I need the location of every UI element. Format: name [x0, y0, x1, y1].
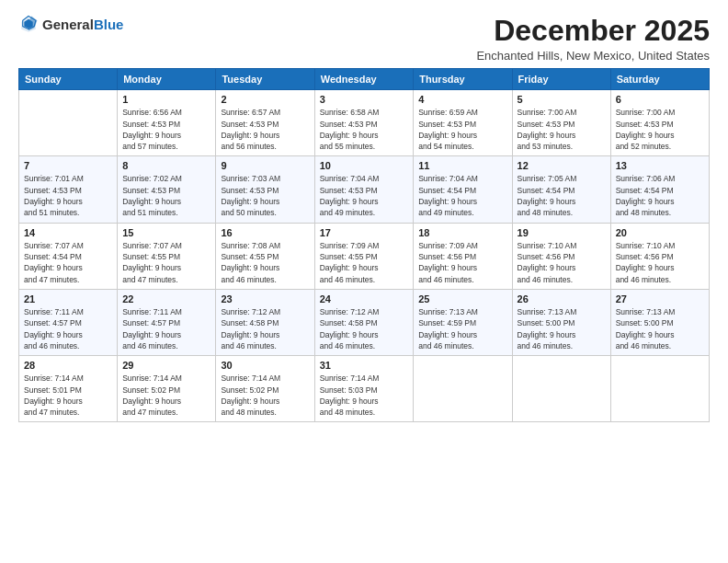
day-info: Sunrise: 7:07 AMSunset: 4:55 PMDaylight:…	[122, 240, 210, 285]
day-info: Sunrise: 7:00 AMSunset: 4:53 PMDaylight:…	[616, 107, 704, 152]
weekday-header: Monday	[118, 69, 216, 90]
day-number: 2	[221, 94, 309, 105]
calendar-cell: 27Sunrise: 7:13 AMSunset: 5:00 PMDayligh…	[610, 289, 709, 355]
day-info: Sunrise: 7:14 AMSunset: 5:01 PMDaylight:…	[24, 373, 112, 418]
calendar-week-row: 14Sunrise: 7:07 AMSunset: 4:54 PMDayligh…	[19, 223, 710, 289]
calendar-cell: 4Sunrise: 6:59 AMSunset: 4:53 PMDaylight…	[414, 90, 512, 156]
day-info: Sunrise: 7:11 AMSunset: 4:57 PMDaylight:…	[24, 306, 112, 351]
calendar-cell: 2Sunrise: 6:57 AMSunset: 4:53 PMDaylight…	[216, 90, 314, 156]
day-number: 11	[418, 160, 506, 171]
day-info: Sunrise: 7:12 AMSunset: 4:58 PMDaylight:…	[221, 306, 309, 351]
calendar-cell	[19, 90, 118, 156]
title-block: December 2025 Enchanted Hills, New Mexic…	[476, 15, 710, 63]
day-info: Sunrise: 7:06 AMSunset: 4:54 PMDaylight:…	[616, 173, 704, 218]
weekday-header: Friday	[512, 69, 610, 90]
day-info: Sunrise: 6:57 AMSunset: 4:53 PMDaylight:…	[221, 107, 309, 152]
calendar-cell: 10Sunrise: 7:04 AMSunset: 4:53 PMDayligh…	[314, 156, 414, 223]
day-number: 1	[122, 94, 210, 105]
day-number: 26	[518, 293, 606, 304]
calendar-cell: 8Sunrise: 7:02 AMSunset: 4:53 PMDaylight…	[118, 156, 216, 223]
day-info: Sunrise: 7:01 AMSunset: 4:53 PMDaylight:…	[24, 173, 112, 218]
weekday-header: Thursday	[414, 69, 512, 90]
day-info: Sunrise: 6:58 AMSunset: 4:53 PMDaylight:…	[320, 107, 409, 152]
day-number: 9	[221, 160, 309, 171]
calendar-cell: 14Sunrise: 7:07 AMSunset: 4:54 PMDayligh…	[19, 223, 118, 289]
day-number: 25	[418, 293, 506, 304]
day-info: Sunrise: 7:13 AMSunset: 5:00 PMDaylight:…	[518, 306, 606, 351]
calendar-cell: 7Sunrise: 7:01 AMSunset: 4:53 PMDaylight…	[19, 156, 118, 223]
logo-blue-text: Blue	[94, 17, 124, 32]
day-info: Sunrise: 7:13 AMSunset: 4:59 PMDaylight:…	[418, 306, 506, 351]
calendar-cell	[610, 356, 709, 422]
calendar-cell: 13Sunrise: 7:06 AMSunset: 4:54 PMDayligh…	[610, 156, 709, 223]
day-number: 17	[320, 227, 409, 238]
logo-text: GeneralBlue	[42, 17, 123, 33]
day-number: 18	[418, 227, 506, 238]
calendar-cell: 19Sunrise: 7:10 AMSunset: 4:56 PMDayligh…	[512, 223, 610, 289]
day-number: 10	[320, 160, 409, 171]
calendar-week-row: 7Sunrise: 7:01 AMSunset: 4:53 PMDaylight…	[19, 156, 710, 223]
calendar-week-row: 28Sunrise: 7:14 AMSunset: 5:01 PMDayligh…	[19, 356, 710, 422]
day-info: Sunrise: 7:14 AMSunset: 5:02 PMDaylight:…	[122, 373, 210, 418]
day-number: 12	[518, 160, 606, 171]
calendar-cell: 26Sunrise: 7:13 AMSunset: 5:00 PMDayligh…	[512, 289, 610, 355]
calendar-cell: 30Sunrise: 7:14 AMSunset: 5:02 PMDayligh…	[216, 356, 314, 422]
calendar-week-row: 21Sunrise: 7:11 AMSunset: 4:57 PMDayligh…	[19, 289, 710, 355]
logo-icon	[18, 15, 39, 35]
day-info: Sunrise: 7:12 AMSunset: 4:58 PMDaylight:…	[320, 306, 409, 351]
header: GeneralBlue December 2025 Enchanted Hill…	[18, 15, 710, 63]
day-info: Sunrise: 7:14 AMSunset: 5:03 PMDaylight:…	[320, 373, 409, 418]
month-title: December 2025	[476, 15, 710, 47]
day-number: 7	[24, 160, 112, 171]
day-number: 13	[616, 160, 704, 171]
day-number: 16	[221, 227, 309, 238]
day-number: 27	[616, 293, 704, 304]
day-info: Sunrise: 7:02 AMSunset: 4:53 PMDaylight:…	[122, 173, 210, 218]
calendar-cell: 17Sunrise: 7:09 AMSunset: 4:55 PMDayligh…	[314, 223, 414, 289]
calendar-cell: 28Sunrise: 7:14 AMSunset: 5:01 PMDayligh…	[19, 356, 118, 422]
day-number: 20	[616, 227, 704, 238]
calendar-cell: 25Sunrise: 7:13 AMSunset: 4:59 PMDayligh…	[414, 289, 512, 355]
weekday-header: Wednesday	[314, 69, 414, 90]
calendar-cell: 5Sunrise: 7:00 AMSunset: 4:53 PMDaylight…	[512, 90, 610, 156]
day-number: 24	[320, 293, 409, 304]
day-info: Sunrise: 6:59 AMSunset: 4:53 PMDaylight:…	[418, 107, 506, 152]
day-number: 3	[320, 94, 409, 105]
logo-general: General	[42, 17, 94, 32]
weekday-header: Sunday	[19, 69, 118, 90]
calendar-cell: 3Sunrise: 6:58 AMSunset: 4:53 PMDaylight…	[314, 90, 414, 156]
calendar-cell: 11Sunrise: 7:04 AMSunset: 4:54 PMDayligh…	[414, 156, 512, 223]
calendar-cell: 29Sunrise: 7:14 AMSunset: 5:02 PMDayligh…	[118, 356, 216, 422]
subtitle: Enchanted Hills, New Mexico, United Stat…	[476, 49, 710, 63]
calendar-cell: 12Sunrise: 7:05 AMSunset: 4:54 PMDayligh…	[512, 156, 610, 223]
day-number: 19	[518, 227, 606, 238]
day-info: Sunrise: 7:07 AMSunset: 4:54 PMDaylight:…	[24, 240, 112, 285]
day-info: Sunrise: 7:09 AMSunset: 4:55 PMDaylight:…	[320, 240, 409, 285]
day-number: 4	[418, 94, 506, 105]
day-number: 6	[616, 94, 704, 105]
day-info: Sunrise: 7:04 AMSunset: 4:53 PMDaylight:…	[320, 173, 409, 218]
day-info: Sunrise: 7:00 AMSunset: 4:53 PMDaylight:…	[518, 107, 606, 152]
day-info: Sunrise: 7:10 AMSunset: 4:56 PMDaylight:…	[518, 240, 606, 285]
page: GeneralBlue December 2025 Enchanted Hill…	[0, 0, 728, 563]
calendar-cell: 9Sunrise: 7:03 AMSunset: 4:53 PMDaylight…	[216, 156, 314, 223]
calendar-cell: 16Sunrise: 7:08 AMSunset: 4:55 PMDayligh…	[216, 223, 314, 289]
day-number: 28	[24, 360, 112, 371]
day-number: 23	[221, 293, 309, 304]
calendar-cell: 21Sunrise: 7:11 AMSunset: 4:57 PMDayligh…	[19, 289, 118, 355]
day-info: Sunrise: 7:13 AMSunset: 5:00 PMDaylight:…	[616, 306, 704, 351]
calendar-cell: 20Sunrise: 7:10 AMSunset: 4:56 PMDayligh…	[610, 223, 709, 289]
calendar-cell	[512, 356, 610, 422]
calendar-cell: 1Sunrise: 6:56 AMSunset: 4:53 PMDaylight…	[118, 90, 216, 156]
day-info: Sunrise: 7:14 AMSunset: 5:02 PMDaylight:…	[221, 373, 309, 418]
calendar-week-row: 1Sunrise: 6:56 AMSunset: 4:53 PMDaylight…	[19, 90, 710, 156]
day-info: Sunrise: 7:08 AMSunset: 4:55 PMDaylight:…	[221, 240, 309, 285]
day-info: Sunrise: 7:03 AMSunset: 4:53 PMDaylight:…	[221, 173, 309, 218]
day-info: Sunrise: 7:11 AMSunset: 4:57 PMDaylight:…	[122, 306, 210, 351]
weekday-header: Saturday	[610, 69, 709, 90]
day-info: Sunrise: 6:56 AMSunset: 4:53 PMDaylight:…	[122, 107, 210, 152]
calendar-cell: 31Sunrise: 7:14 AMSunset: 5:03 PMDayligh…	[314, 356, 414, 422]
day-number: 14	[24, 227, 112, 238]
calendar-cell: 18Sunrise: 7:09 AMSunset: 4:56 PMDayligh…	[414, 223, 512, 289]
day-info: Sunrise: 7:04 AMSunset: 4:54 PMDaylight:…	[418, 173, 506, 218]
